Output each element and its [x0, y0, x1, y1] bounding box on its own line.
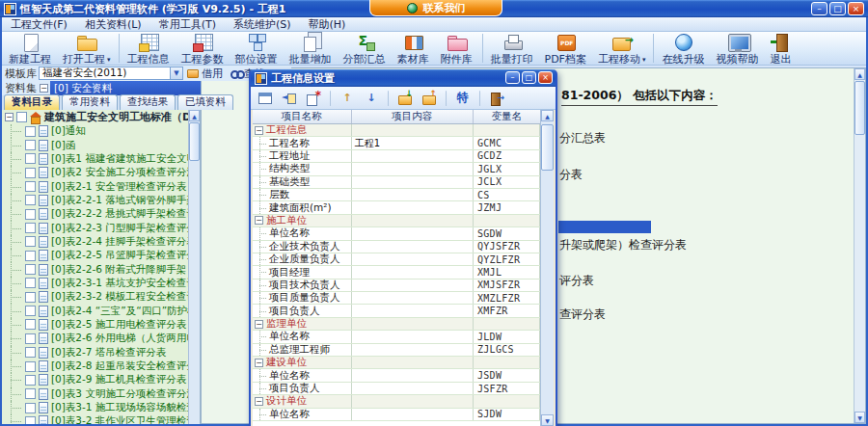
grid-row[interactable]: 工程名称 工程1 GCMC: [253, 137, 540, 149]
tab-common-data[interactable]: 常用资料: [62, 94, 118, 110]
checkbox[interactable]: [25, 126, 36, 137]
document-scrollbar[interactable]: ▲ ▼: [854, 68, 865, 423]
scrollbar-thumb[interactable]: [189, 122, 200, 161]
tree-item[interactable]: [0]表2-7 塔吊检查评分表: [2, 346, 200, 359]
grid-row[interactable]: 单位名称 JSDW: [253, 369, 540, 382]
grid-row[interactable]: 单位名称 JLDW: [253, 331, 540, 343]
checkbox[interactable]: [25, 181, 36, 192]
material-library-button[interactable]: 素材库: [393, 32, 436, 65]
checkbox[interactable]: [25, 140, 36, 150]
row-content-cell[interactable]: [352, 280, 474, 291]
checkbox[interactable]: [25, 209, 36, 220]
dialog-toolbar-button[interactable]: [486, 89, 507, 108]
open-project-button[interactable]: 打开工程▾: [58, 32, 116, 65]
tree-item[interactable]: [0]表2-4 “三宝”及“四口”防护检: [2, 304, 200, 317]
grid-row[interactable]: 项目经理 XMJL: [253, 266, 540, 279]
menu-item[interactable]: 工程文件(F): [2, 17, 76, 32]
row-content-cell[interactable]: [352, 331, 474, 342]
online-upgrade-button[interactable]: 在线升级: [657, 32, 711, 65]
grid-row[interactable]: 项目技术负责人 XMJSFZR: [253, 280, 540, 292]
minimize-button[interactable]: –: [505, 71, 520, 84]
scroll-up-icon[interactable]: ▲: [541, 110, 554, 121]
position-setting-button[interactable]: 部位设置: [231, 32, 285, 65]
collapse-icon[interactable]: [255, 320, 263, 329]
tree-root-item[interactable]: 建筑施工安全文明工地标准（DBJ13-81-2: [2, 110, 200, 124]
toolbar-button[interactable]: [482, 34, 483, 63]
collapse-icon[interactable]: [255, 397, 263, 406]
checkbox[interactable]: [25, 347, 36, 358]
tree-item[interactable]: [0]表2-8 起重吊装安全检查评分表: [2, 359, 200, 373]
grid-row[interactable]: 企业技术负责人 QYJSFZR: [253, 241, 540, 253]
dialog-toolbar-button[interactable]: [330, 91, 331, 106]
template-library-select[interactable]: 福建省安全(2011) ▼: [39, 67, 183, 80]
row-content-cell[interactable]: [352, 124, 474, 136]
tree-item[interactable]: [0]表2-9 施工机具检查评分表: [2, 373, 200, 386]
checkbox[interactable]: [25, 375, 36, 386]
checkbox[interactable]: [25, 278, 36, 288]
scrollbar-thumb[interactable]: [854, 81, 865, 135]
dialog-toolbar-button[interactable]: 特: [452, 89, 474, 108]
close-button[interactable]: ×: [848, 2, 864, 15]
grid-row[interactable]: 施工单位: [253, 215, 540, 227]
checkbox[interactable]: [25, 236, 36, 247]
tree-item[interactable]: [0]通知: [2, 124, 200, 138]
tab-data-catalog[interactable]: 资料目录: [4, 94, 60, 110]
menu-item[interactable]: 相关资料(L): [76, 17, 150, 32]
grid-row[interactable]: 企业质量负责人 QYZLFZR: [253, 253, 540, 266]
tree-item[interactable]: [0]表2-2-2 悬挑式脚手架检查评分表: [2, 207, 200, 221]
tree-item[interactable]: [0]表2-2-1 落地式钢管外脚手架检查: [2, 194, 200, 207]
grid-row[interactable]: 设计单位: [253, 395, 540, 408]
checkbox[interactable]: [25, 153, 36, 164]
collapse-icon[interactable]: [255, 126, 263, 135]
row-content-cell[interactable]: [352, 176, 474, 188]
checkbox[interactable]: [25, 264, 36, 275]
grid-row[interactable]: 建设单位: [253, 357, 540, 369]
row-content-cell[interactable]: [352, 189, 474, 200]
grid-row[interactable]: 单位名称 SJDW: [253, 409, 540, 421]
grid-row[interactable]: 项目负责人 JSFZR: [253, 383, 540, 395]
pdf-archive-button[interactable]: PDF档案: [540, 32, 593, 65]
checkbox[interactable]: [16, 112, 27, 122]
dialog-toolbar-button[interactable]: [419, 89, 440, 108]
row-content-cell[interactable]: [352, 163, 474, 174]
checkbox[interactable]: [25, 388, 36, 399]
row-content-cell[interactable]: 工程1: [352, 137, 474, 148]
tree-item[interactable]: [0]表2-2-6 附着式升降脚手架（整体: [2, 262, 200, 276]
tree-item[interactable]: [0]函: [2, 138, 200, 151]
contact-us-button[interactable]: 联系我们: [369, 0, 502, 16]
grid-row[interactable]: 层数 CS: [253, 189, 540, 201]
scroll-up-icon[interactable]: ▲: [854, 68, 865, 80]
tree-item[interactable]: [0]表1 福建省建筑施工安全文明工地: [2, 152, 200, 166]
tree-item[interactable]: [0]表2-5 施工用电检查评分表: [2, 318, 200, 332]
dialog-title-bar[interactable]: 工程信息设置 – □ ×: [251, 69, 556, 87]
batch-add-button[interactable]: 批量增加: [285, 32, 339, 65]
collapse-icon[interactable]: [255, 359, 263, 367]
row-content-cell[interactable]: [352, 395, 474, 407]
minimize-button[interactable]: –: [811, 2, 827, 15]
dialog-toolbar-button[interactable]: [446, 91, 447, 106]
collapse-icon[interactable]: [255, 216, 263, 225]
dialog-toolbar-button[interactable]: [479, 91, 480, 106]
row-content-cell[interactable]: [352, 369, 474, 381]
project-move-button[interactable]: 工程移动▾: [593, 32, 651, 65]
menu-item[interactable]: 系统维护(S): [225, 17, 300, 32]
grid-row[interactable]: 工程地址 GCDZ: [253, 150, 540, 163]
checkbox[interactable]: [25, 319, 36, 330]
checkbox[interactable]: [25, 361, 36, 372]
project-info-button[interactable]: 工程信息: [122, 32, 176, 65]
attachment-library-button[interactable]: 附件库: [436, 32, 479, 65]
tab-search-results[interactable]: 查找结果: [120, 94, 176, 110]
restore-button[interactable]: □: [829, 2, 846, 15]
grid-row[interactable]: 单位名称 SGDW: [253, 227, 540, 240]
tab-filled-data[interactable]: 已填资料: [177, 94, 233, 110]
checkbox[interactable]: [25, 416, 36, 424]
dialog-toolbar-button[interactable]: [255, 89, 276, 108]
dialog-toolbar-button[interactable]: [279, 89, 300, 108]
tree-item[interactable]: [0]表2-1 安全管理检查评分表: [2, 179, 200, 193]
grid-row[interactable]: 基础类型 JCLX: [253, 176, 540, 189]
row-content-cell[interactable]: [352, 227, 474, 239]
checkbox[interactable]: [25, 403, 36, 413]
dialog-toolbar-button[interactable]: ↑: [337, 89, 358, 108]
dialog-scrollbar[interactable]: ▲ ▼: [540, 110, 554, 426]
subpart-summary-button[interactable]: 分部汇总: [339, 32, 393, 65]
